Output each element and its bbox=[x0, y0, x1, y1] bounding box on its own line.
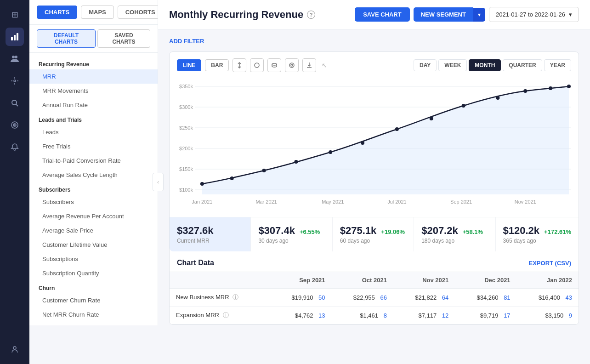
chart-bar-icon[interactable] bbox=[6, 28, 24, 46]
metric-180d-change: +58.1% bbox=[463, 228, 483, 235]
bar-chart-button[interactable]: BAR bbox=[205, 59, 229, 71]
nav-subscribers[interactable]: Subscribers bbox=[29, 195, 158, 209]
nav-customer-churn[interactable]: Customer Churn Rate bbox=[29, 293, 158, 307]
line-chart-button[interactable]: LINE bbox=[177, 59, 201, 71]
nav-free-trials[interactable]: Free Trials bbox=[29, 139, 158, 154]
quarter-period-button[interactable]: QUARTER bbox=[503, 59, 542, 71]
download-button[interactable] bbox=[302, 58, 316, 72]
nav-mrr-movements[interactable]: MRR Movements bbox=[29, 84, 158, 98]
notification-icon[interactable] bbox=[6, 138, 24, 156]
svg-text:$200k: $200k bbox=[179, 146, 193, 151]
svg-point-42 bbox=[430, 117, 433, 120]
main-header: Monthly Recurring Revenue ? SAVE CHART N… bbox=[158, 0, 590, 29]
nav-subscriptions[interactable]: Subscriptions bbox=[29, 252, 158, 266]
svg-point-35 bbox=[200, 182, 204, 186]
svg-point-43 bbox=[462, 104, 465, 108]
target-button[interactable] bbox=[285, 58, 299, 72]
col-header-label bbox=[170, 272, 270, 289]
svg-point-10 bbox=[12, 100, 17, 105]
svg-text:$350k: $350k bbox=[179, 84, 193, 89]
svg-rect-0 bbox=[11, 37, 13, 40]
svg-point-36 bbox=[230, 176, 234, 180]
cell-nov-value: $21,822 64 bbox=[393, 289, 455, 307]
metric-180d[interactable]: $207.2k +58.1% 180 days ago bbox=[414, 217, 495, 251]
user-icon[interactable] bbox=[6, 340, 24, 358]
nav-annual-run-rate[interactable]: Annual Run Rate bbox=[29, 98, 158, 112]
new-segment-button[interactable]: NEW SEGMENT bbox=[414, 7, 473, 22]
line-chart-svg: $350k $300k $250k $200k $150k $100k bbox=[177, 82, 571, 210]
people-icon[interactable] bbox=[6, 50, 24, 68]
axis-toggle-button[interactable] bbox=[233, 58, 246, 72]
metric-365d-value: $120.2k bbox=[503, 225, 540, 237]
metric-60d[interactable]: $275.1k +19.06% 60 days ago bbox=[333, 217, 414, 251]
default-charts-tab[interactable]: DEFAULT CHARTS bbox=[37, 29, 96, 48]
svg-text:$250k: $250k bbox=[179, 125, 193, 131]
new-segment-dropdown[interactable]: ▾ bbox=[473, 8, 485, 22]
row-info-icon-2[interactable]: ⓘ bbox=[223, 312, 229, 318]
metric-30d[interactable]: $307.4k +6.55% 30 days ago bbox=[251, 217, 332, 251]
search-icon[interactable] bbox=[6, 94, 24, 112]
integrations-icon[interactable] bbox=[6, 72, 24, 90]
svg-point-5 bbox=[14, 80, 16, 82]
nav-trial-paid[interactable]: Trial-to-Paid Conversion Rate bbox=[29, 154, 158, 168]
stack-button[interactable] bbox=[267, 58, 281, 72]
nav-avg-sale-price[interactable]: Average Sale Price bbox=[29, 223, 158, 238]
metric-30d-value: $307.4k bbox=[258, 225, 295, 237]
svg-line-11 bbox=[16, 104, 18, 106]
maps-tab[interactable]: MAPS bbox=[81, 6, 114, 19]
year-period-button[interactable]: YEAR bbox=[544, 59, 571, 71]
shape-button[interactable] bbox=[250, 58, 264, 72]
metric-60d-value: $275.1k bbox=[340, 225, 377, 237]
section-subscribers: Subscribers bbox=[29, 182, 158, 195]
nav-avg-sales-cycle[interactable]: Average Sales Cycle Length bbox=[29, 168, 158, 182]
table-row: New Business MRR ⓘ $19,910 50 $22,955 66 bbox=[170, 289, 579, 307]
svg-point-38 bbox=[294, 160, 298, 164]
date-range-text: 2021-01-27 to 2022-01-26 bbox=[496, 11, 565, 18]
add-filter-link[interactable]: ADD FILTER bbox=[169, 38, 204, 45]
cursor-indicator: ↖ bbox=[322, 62, 327, 69]
target-icon[interactable] bbox=[6, 116, 24, 134]
metric-365d[interactable]: $120.2k +172.61% 365 days ago bbox=[496, 217, 579, 251]
cell-dec-value: $34,260 81 bbox=[455, 289, 516, 307]
svg-point-37 bbox=[262, 169, 266, 172]
charts-tab[interactable]: CHARTS bbox=[37, 6, 77, 19]
metric-30d-label: 30 days ago bbox=[258, 238, 324, 244]
cell-exp-sep-value: $4,762 13 bbox=[270, 307, 331, 324]
svg-text:Jan 2021: Jan 2021 bbox=[192, 199, 212, 205]
nav-customer-lifetime[interactable]: Customer Lifetime Value bbox=[29, 238, 158, 252]
metric-180d-label: 180 days ago bbox=[421, 238, 488, 244]
cell-sep-value: $19,910 50 bbox=[270, 289, 331, 307]
metric-current[interactable]: $327.6k Current MRR bbox=[170, 217, 251, 251]
sidebar: CHARTS MAPS COHORTS DEFAULT CHARTS SAVED… bbox=[29, 0, 158, 325]
row-info-icon[interactable]: ⓘ bbox=[233, 294, 238, 301]
export-csv-link[interactable]: EXPORT (CSV) bbox=[529, 260, 571, 267]
week-period-button[interactable]: WEEK bbox=[438, 59, 467, 71]
chart-area: $350k $300k $250k $200k $150k $100k bbox=[170, 77, 579, 212]
metric-180d-value: $207.2k bbox=[421, 225, 458, 237]
nav-avg-revenue-per-account[interactable]: Average Revenue Per Account bbox=[29, 209, 158, 223]
section-recurring-revenue: Recurring Revenue bbox=[29, 57, 158, 69]
nav-net-mrr-churn[interactable]: Net MRR Churn Rate bbox=[29, 307, 158, 322]
svg-point-4 bbox=[15, 56, 17, 58]
day-period-button[interactable]: DAY bbox=[414, 59, 437, 71]
nav-leads[interactable]: Leads bbox=[29, 125, 158, 139]
metric-current-value: $327.6k bbox=[177, 225, 243, 237]
page-title: Monthly Recurring Revenue ? bbox=[169, 9, 315, 21]
svg-point-20 bbox=[291, 64, 293, 66]
svg-point-17 bbox=[255, 63, 259, 68]
help-icon[interactable]: ? bbox=[307, 11, 315, 19]
svg-point-3 bbox=[12, 56, 15, 58]
month-period-button[interactable]: MONTH bbox=[469, 59, 501, 71]
save-chart-button[interactable]: SAVE CHART bbox=[355, 7, 410, 22]
collapse-sidebar-button[interactable]: ‹ bbox=[153, 173, 164, 191]
cell-oct-value: $22,955 66 bbox=[332, 289, 393, 307]
cohorts-tab[interactable]: COHORTS bbox=[118, 6, 158, 19]
metric-365d-label: 365 days ago bbox=[503, 238, 571, 244]
date-range-button[interactable]: 2021-01-27 to 2022-01-26 ▾ bbox=[489, 7, 579, 22]
col-header-oct2021: Oct 2021 bbox=[332, 272, 393, 289]
grid-icon[interactable]: ⊞ bbox=[6, 6, 24, 24]
nav-mrr[interactable]: MRR bbox=[29, 69, 158, 84]
nav-subscription-qty[interactable]: Subscription Quantity bbox=[29, 266, 158, 280]
saved-charts-tab[interactable]: SAVED CHARTS bbox=[97, 29, 150, 48]
period-group: DAY WEEK MONTH QUARTER YEAR bbox=[414, 59, 571, 71]
